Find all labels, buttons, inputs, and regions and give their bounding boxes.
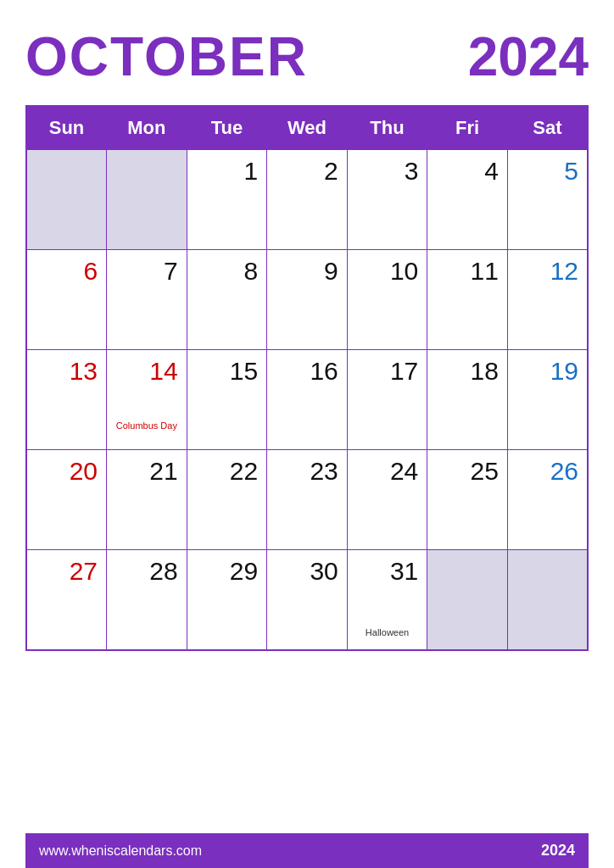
calendar-cell: 1 [187,150,267,250]
day-number: 23 [276,457,338,486]
calendar-cell [26,150,107,250]
day-number: 10 [356,257,419,286]
calendar-cell: 21 [107,450,187,550]
calendar-cell: 24 [347,450,427,550]
calendar-cell: 6 [26,250,107,350]
calendar-cell: 10 [347,250,427,350]
calendar-week-row: 20212223242526 [26,450,588,550]
calendar-cell: 22 [187,450,267,550]
calendar-week-row: 6789101112 [26,250,588,350]
calendar-week-row: 2728293031Halloween [26,550,588,650]
day-number: 26 [516,457,578,486]
calendar-cell: 29 [187,550,267,650]
weekday-header-fri: Fri [427,106,508,150]
weekday-header-tue: Tue [187,106,267,150]
day-number: 6 [36,257,98,286]
month-title: OCTOBER [25,25,308,88]
calendar-cell: 20 [26,450,107,550]
footer-url: www.wheniscalendars.com [39,843,202,859]
weekday-header-mon: Mon [107,106,187,150]
calendar-cell: 23 [267,450,348,550]
day-number: 8 [196,257,259,286]
calendar-cell [507,550,588,650]
day-number: 13 [36,357,98,386]
day-number: 27 [36,557,98,586]
calendar-cell: 19 [507,350,588,450]
day-number: 2 [276,157,338,186]
day-number: 1 [196,157,259,186]
day-number: 17 [356,357,419,386]
day-number: 22 [196,457,259,486]
day-number: 7 [115,257,178,286]
holiday-label: Columbus Day [107,420,187,431]
calendar-cell: 16 [267,350,348,450]
day-number: 11 [436,257,499,286]
day-number: 29 [196,557,259,586]
calendar-cell: 2 [267,150,348,250]
calendar-cell: 4 [427,150,508,250]
calendar-cell: 3 [347,150,427,250]
calendar-cell: 18 [427,350,508,450]
weekday-header-row: SunMonTueWedThuFriSat [26,106,588,150]
calendar-table: SunMonTueWedThuFriSat 123456789101112131… [25,105,589,651]
calendar-cell [427,550,508,650]
weekday-header-sat: Sat [507,106,588,150]
weekday-header-sun: Sun [26,106,107,150]
year-title: 2024 [468,25,589,88]
calendar-cell: 31Halloween [347,550,427,650]
calendar-cell: 14Columbus Day [107,350,187,450]
calendar-cell: 11 [427,250,508,350]
day-number: 21 [115,457,178,486]
day-number: 19 [516,357,578,386]
calendar-week-row: 12345 [26,150,588,250]
weekday-header-wed: Wed [267,106,348,150]
calendar-header: OCTOBER 2024 [25,25,589,88]
day-number: 3 [356,157,419,186]
day-number: 16 [276,357,338,386]
calendar-cell [107,150,187,250]
calendar-cell: 27 [26,550,107,650]
day-number: 30 [276,557,338,586]
day-number: 4 [436,157,499,186]
day-number: 9 [276,257,338,286]
calendar-cell: 9 [267,250,348,350]
calendar-week-row: 1314Columbus Day1516171819 [26,350,588,450]
halloween-label: Halloween [348,627,427,637]
calendar-footer: www.wheniscalendars.com 2024 [25,833,589,868]
calendar-cell: 17 [347,350,427,450]
day-number: 18 [436,357,499,386]
calendar-cell: 30 [267,550,348,650]
day-number: 12 [516,257,578,286]
day-number: 25 [436,457,499,486]
weekday-header-thu: Thu [347,106,427,150]
calendar-cell: 12 [507,250,588,350]
day-number: 20 [36,457,98,486]
calendar-cell: 5 [507,150,588,250]
calendar-cell: 26 [507,450,588,550]
calendar-cell: 25 [427,450,508,550]
day-number: 31 [356,557,419,586]
day-number: 28 [115,557,178,586]
calendar-cell: 13 [26,350,107,450]
day-number: 15 [196,357,259,386]
footer-year: 2024 [541,842,575,860]
day-number: 5 [516,157,578,186]
day-number: 14 [115,357,178,386]
calendar-cell: 15 [187,350,267,450]
day-number: 24 [356,457,419,486]
calendar-cell: 8 [187,250,267,350]
calendar-cell: 28 [107,550,187,650]
calendar-cell: 7 [107,250,187,350]
